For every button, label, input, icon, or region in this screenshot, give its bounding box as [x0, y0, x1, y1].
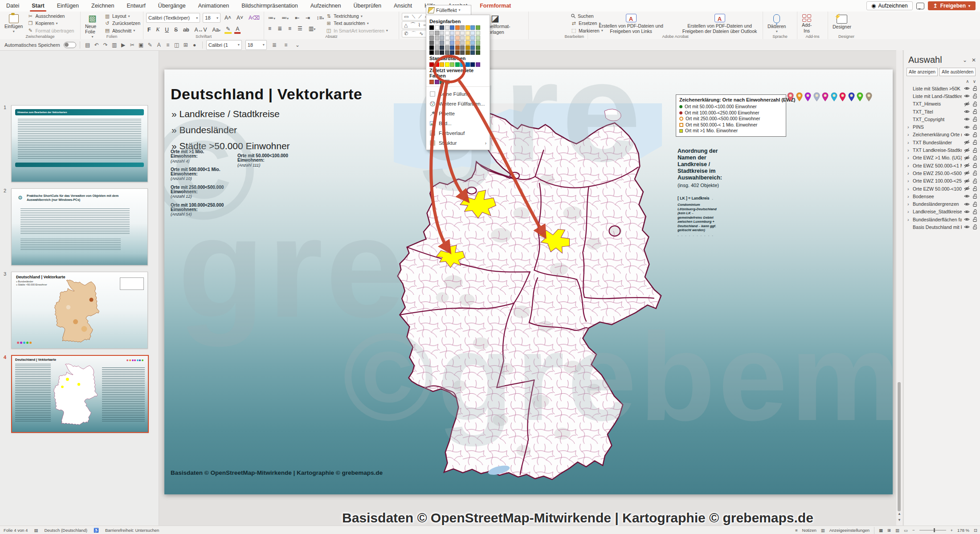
- theme-tint-swatch[interactable]: [445, 45, 449, 50]
- theme-tint-swatch[interactable]: [460, 31, 465, 35]
- text-direction-button[interactable]: ⇅Textrichtung▾: [326, 13, 388, 19]
- eye-off-icon[interactable]: [964, 170, 970, 176]
- map-pin-icon[interactable]: [822, 92, 829, 102]
- selection-item[interactable]: › TXT Landkreise-Stadtkreise: [904, 146, 980, 154]
- qat-icon[interactable]: ▣: [137, 42, 145, 48]
- qat-more-icon[interactable]: ⌄: [294, 42, 302, 48]
- eye-icon[interactable]: [964, 224, 970, 230]
- chevron-right-icon[interactable]: ›: [907, 155, 912, 160]
- theme-color-swatch[interactable]: [470, 25, 475, 30]
- theme-tint-swatch[interactable]: [440, 50, 444, 55]
- share-button[interactable]: ↥Freigeben▾: [928, 1, 976, 10]
- cut-button[interactable]: ✂Ausschneiden: [27, 13, 74, 19]
- eye-icon[interactable]: [964, 124, 970, 130]
- slide-title[interactable]: Deutschland | Vektorkarte: [171, 86, 362, 103]
- strikethrough-button[interactable]: S: [173, 27, 179, 33]
- eye-icon[interactable]: [964, 201, 970, 207]
- italic-button[interactable]: K: [155, 26, 161, 33]
- qat-align-icon[interactable]: ≣: [270, 42, 278, 48]
- grow-font-button[interactable]: A˄: [223, 15, 233, 21]
- bold-button[interactable]: F: [146, 27, 152, 33]
- theme-tint-swatch[interactable]: [435, 45, 439, 50]
- zoom-in-icon[interactable]: +: [951, 528, 953, 533]
- qat-icon[interactable]: A: [155, 42, 163, 48]
- selection-item[interactable]: › Orte EWZ 100.000-<250.000: [904, 177, 980, 185]
- display-settings-button[interactable]: Anzeigeeinstellungen: [829, 528, 870, 533]
- selection-item[interactable]: › Orte EWZ >1 Mio. (UG): [904, 154, 980, 162]
- theme-tint-swatch[interactable]: [435, 41, 439, 45]
- indent-button[interactable]: ⇥: [304, 15, 311, 21]
- align-left-button[interactable]: ≡: [267, 25, 273, 32]
- ribbon-tab[interactable]: Animationen: [192, 0, 236, 12]
- ribbon-tab[interactable]: Zeichnen: [85, 0, 120, 12]
- theme-tint-swatch[interactable]: [466, 31, 470, 35]
- reading-view-icon[interactable]: ▥: [895, 528, 899, 533]
- ribbon-tab[interactable]: Start: [25, 0, 50, 12]
- clear-format-button[interactable]: A⌫: [247, 15, 261, 21]
- hide-all-button[interactable]: Alle ausblenden: [939, 68, 976, 76]
- highlight-color-button[interactable]: ✎: [225, 26, 232, 34]
- show-all-button[interactable]: Alle anzeigen: [906, 68, 938, 76]
- theme-color-swatch[interactable]: [445, 25, 449, 30]
- close-icon[interactable]: ✕: [972, 57, 976, 63]
- chevron-right-icon[interactable]: ›: [907, 124, 912, 130]
- eye-icon[interactable]: [964, 86, 970, 91]
- selection-item[interactable]: › PINS: [904, 123, 980, 130]
- theme-tint-swatch[interactable]: [460, 50, 465, 55]
- record-button[interactable]: ◉Aufzeichnen: [866, 1, 913, 10]
- ribbon-tab[interactable]: Formformat: [474, 0, 517, 12]
- qat-icon[interactable]: ⊞: [182, 42, 190, 48]
- selection-item[interactable]: › Bodensee: [904, 192, 980, 200]
- theme-tint-swatch[interactable]: [445, 36, 449, 40]
- theme-tint-swatch[interactable]: [476, 45, 480, 50]
- map-pin-icon[interactable]: [813, 92, 820, 102]
- theme-tint-swatch[interactable]: [470, 45, 475, 50]
- create-pdf-outlook-button[interactable]: Erstellen von PDF-Dateien und Freigeben …: [681, 13, 759, 34]
- theme-tint-swatch[interactable]: [476, 50, 480, 55]
- theme-tint-swatch[interactable]: [455, 50, 460, 55]
- vertical-scrollbar[interactable]: ▲ ▼: [896, 50, 902, 526]
- reset-button[interactable]: ↺Zurücksetzen: [104, 20, 140, 26]
- selection-item[interactable]: › Zeichenerklärung Orte nach...: [904, 131, 980, 139]
- strike-ab-button[interactable]: ab: [182, 27, 190, 33]
- theme-tint-swatch[interactable]: [476, 36, 480, 40]
- theme-color-swatch[interactable]: [455, 25, 460, 30]
- sorter-view-icon[interactable]: ⊞: [887, 528, 891, 533]
- spellcheck-icon[interactable]: ▤: [34, 528, 38, 533]
- scrollbar-thumb[interactable]: [898, 382, 901, 511]
- lock-open-icon[interactable]: [972, 170, 978, 176]
- qat-icon[interactable]: ▤: [84, 42, 92, 48]
- theme-tint-swatch[interactable]: [460, 41, 465, 45]
- change-case-button[interactable]: Aa▾: [211, 27, 222, 33]
- theme-tint-swatch[interactable]: [466, 50, 470, 55]
- eye-off-icon[interactable]: [964, 147, 970, 153]
- normal-view-icon[interactable]: ▦: [879, 528, 883, 533]
- lock-open-icon[interactable]: [972, 178, 978, 184]
- ribbon-tab[interactable]: Bildschirmpräsentation: [235, 0, 304, 12]
- theme-tint-swatch[interactable]: [470, 50, 475, 55]
- theme-tint-swatch[interactable]: [470, 31, 475, 35]
- chevron-right-icon[interactable]: ›: [907, 132, 912, 137]
- standard-color-swatch[interactable]: [445, 62, 449, 67]
- lock-open-icon[interactable]: [972, 86, 978, 91]
- qat-icon[interactable]: ↶: [93, 42, 101, 48]
- underline-button[interactable]: U: [163, 27, 170, 33]
- theme-tint-swatch[interactable]: [450, 41, 454, 45]
- theme-color-swatch[interactable]: [460, 25, 465, 30]
- slide-thumbnail-2[interactable]: Praktische ShortCuts für das Verwalten v…: [11, 188, 148, 265]
- theme-color-swatch[interactable]: [450, 25, 454, 30]
- lock-open-icon[interactable]: [972, 201, 978, 207]
- selection-item[interactable]: › Bundesländergrenzen: [904, 200, 980, 208]
- align-right-button[interactable]: ≡: [287, 25, 293, 32]
- theme-tint-swatch[interactable]: [466, 45, 470, 50]
- chevron-right-icon[interactable]: ›: [907, 178, 912, 183]
- scroll-up-icon[interactable]: ▲: [896, 512, 902, 516]
- theme-tint-swatch[interactable]: [429, 45, 434, 50]
- selection-item[interactable]: › Orte EWZ 250.00-<500.000 ...: [904, 169, 980, 177]
- map-legend[interactable]: Zeichenerklärung: Orte nach Einwohnerzah…: [676, 94, 786, 137]
- standard-color-swatch[interactable]: [455, 62, 460, 67]
- ribbon-tab[interactable]: Entwurf: [120, 0, 151, 12]
- zoom-slider[interactable]: [919, 530, 946, 530]
- chevron-right-icon[interactable]: ›: [907, 163, 912, 168]
- ribbon-tab[interactable]: Ansicht: [388, 0, 418, 12]
